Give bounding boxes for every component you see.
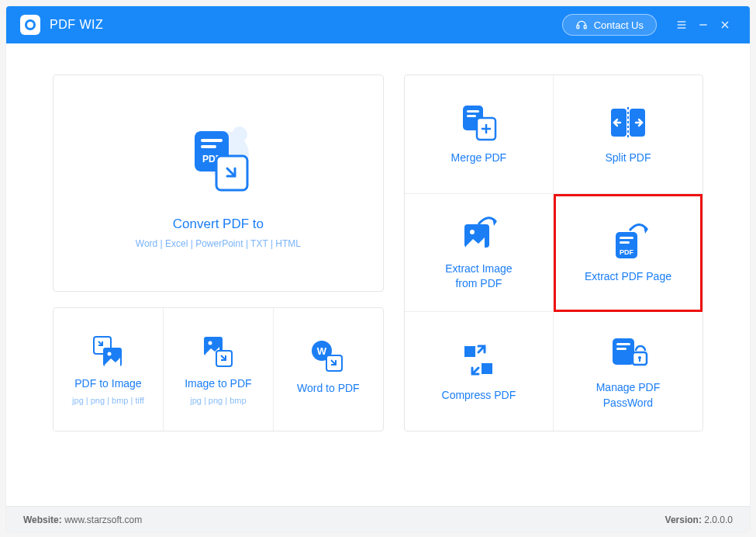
app-title: PDF WIZ — [50, 18, 103, 32]
version-label: Version: — [665, 514, 705, 525]
convert-pdf-subtitle: Word | Excel | PowerPoint | TXT | HTML — [136, 238, 301, 249]
manage-password-title: Manage PDF PassWord — [596, 380, 660, 411]
merge-pdf-tile[interactable]: Merge PDF — [405, 75, 554, 194]
titlebar: PDF WIZ Contact Us — [6, 6, 750, 43]
extract-pdf-page-title: Extract PDF Page — [585, 269, 671, 285]
contact-us-button[interactable]: Contact Us — [562, 14, 657, 36]
svg-text:PDF: PDF — [620, 248, 634, 256]
content-area: PDF Convert PDF to Word | Excel | PowerP… — [6, 43, 750, 506]
image-to-pdf-icon — [199, 334, 236, 371]
app-window: PDF WIZ Contact Us — [6, 6, 750, 532]
word-to-pdf-icon: W — [309, 338, 347, 376]
extract-image-title: Extract Image from PDF — [445, 262, 512, 292]
svg-text:W: W — [317, 345, 327, 357]
footer: Website: www.starzsoft.com Version: 2.0.… — [6, 506, 750, 532]
svg-rect-40 — [616, 343, 630, 345]
svg-rect-36 — [620, 237, 633, 239]
svg-rect-26 — [467, 115, 476, 117]
compress-pdf-tile[interactable]: Compress PDF — [405, 312, 554, 431]
svg-rect-25 — [467, 110, 479, 113]
website-label: Website: — [23, 514, 64, 525]
split-pdf-tile[interactable]: Split PDF — [554, 75, 702, 194]
contact-us-label: Contact Us — [594, 19, 644, 31]
menu-button[interactable] — [675, 19, 692, 31]
split-pdf-title: Split PDF — [605, 151, 651, 166]
version-value: 2.0.0.0 — [704, 514, 733, 525]
svg-rect-37 — [620, 241, 630, 244]
convert-pdf-card[interactable]: PDF Convert PDF to Word | Excel | PowerP… — [53, 74, 384, 292]
manage-password-tile[interactable]: Manage PDF PassWord — [554, 312, 702, 431]
minimize-button[interactable] — [697, 19, 714, 31]
extract-pdf-page-tile[interactable]: PDF Extract PDF Page — [554, 194, 702, 313]
image-to-pdf-title: Image to PDF — [185, 377, 251, 390]
svg-rect-12 — [201, 145, 216, 148]
image-to-pdf-sub: jpg | png | bmp — [190, 396, 246, 405]
svg-rect-11 — [201, 139, 223, 142]
convert-pdf-title: Convert PDF to — [173, 217, 264, 232]
word-to-pdf-card[interactable]: W Word to PDF — [274, 308, 383, 431]
pdf-to-image-icon — [89, 334, 126, 371]
word-to-pdf-title: Word to PDF — [297, 382, 360, 394]
compress-pdf-title: Compress PDF — [442, 388, 516, 404]
right-column: Merge PDF Split PDF — [404, 74, 703, 490]
svg-rect-0 — [577, 26, 579, 29]
svg-point-34 — [470, 230, 475, 234]
left-column: PDF Convert PDF to Word | Excel | PowerP… — [53, 74, 384, 490]
svg-point-19 — [209, 341, 212, 345]
extract-pdf-page-icon: PDF — [606, 221, 650, 262]
svg-rect-39 — [613, 338, 634, 365]
extract-image-tile[interactable]: Extract Image from PDF — [405, 194, 554, 313]
pdf-to-image-sub: jpg | png | bmp | tiff — [72, 396, 144, 405]
app-logo — [20, 15, 40, 35]
left-row-card: PDF to Image jpg | png | bmp | tiff Ima — [53, 307, 384, 431]
compress-pdf-icon — [457, 340, 500, 380]
pdf-to-image-card[interactable]: PDF to Image jpg | png | bmp | tiff — [54, 308, 164, 431]
merge-pdf-icon — [457, 102, 500, 143]
tools-grid: Merge PDF Split PDF — [404, 74, 703, 431]
svg-point-17 — [108, 352, 112, 356]
extract-image-icon — [457, 213, 500, 254]
manage-password-icon — [606, 332, 650, 372]
app-logo-icon — [25, 19, 36, 30]
headset-icon — [575, 19, 588, 31]
svg-rect-41 — [616, 348, 627, 350]
svg-point-9 — [232, 126, 247, 142]
website-link[interactable]: www.starzsoft.com — [64, 514, 142, 525]
split-pdf-icon — [606, 102, 650, 143]
image-to-pdf-card[interactable]: Image to PDF jpg | png | bmp — [164, 308, 274, 431]
pdf-to-image-title: PDF to Image — [74, 377, 141, 390]
close-button[interactable] — [719, 19, 736, 31]
convert-pdf-icon: PDF — [171, 117, 264, 203]
merge-pdf-title: Merge PDF — [451, 151, 507, 166]
